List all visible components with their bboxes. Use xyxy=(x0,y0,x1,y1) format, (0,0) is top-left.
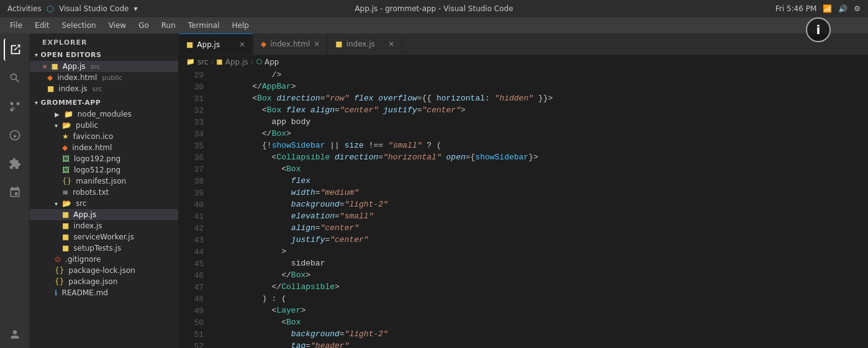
dropdown-arrow: ▾ xyxy=(133,4,137,13)
activity-debug[interactable] xyxy=(4,124,26,146)
breadcrumb-appjs[interactable]: App.js xyxy=(225,58,248,66)
tree-public[interactable]: ▾ 📂 public xyxy=(30,120,178,131)
packagejson-label: package.json xyxy=(68,277,117,286)
svg-point-0 xyxy=(10,109,13,112)
menu-file[interactable]: File xyxy=(5,20,27,31)
tree-serviceworker[interactable]: ■ serviceWorker.js xyxy=(30,231,178,243)
svg-point-1 xyxy=(16,102,19,105)
tree-packagejson[interactable]: {} package.json xyxy=(30,276,178,287)
tree-logo512[interactable]: 🖼 logo512.png xyxy=(30,164,178,176)
activity-accounts[interactable] xyxy=(4,323,26,346)
breadcrumb-symbol-icon: ⬡ xyxy=(256,58,262,66)
logo512-label: logo512.png xyxy=(74,166,120,174)
grommet-app-section[interactable]: ▾ GROMMET-APP xyxy=(30,97,178,109)
menu-view[interactable]: View xyxy=(104,20,131,31)
grommet-app-label: GROMMET-APP xyxy=(41,99,101,107)
tab-indexhtml-close[interactable]: ✕ xyxy=(314,40,320,48)
serviceworker-label: serviceWorker.js xyxy=(73,233,134,241)
app-name-label: Visual Studio Code xyxy=(59,4,129,13)
tree-indexjs[interactable]: ■ index.js xyxy=(30,220,178,231)
open-editor-appjs[interactable]: ✕ ■ App.js src xyxy=(30,61,178,72)
tree-src[interactable]: ▾ 📂 src xyxy=(30,198,178,209)
tree-indexhtml[interactable]: ◆ index.html xyxy=(30,142,178,153)
svg-point-2 xyxy=(10,102,13,105)
menu-selection[interactable]: Selection xyxy=(57,20,101,31)
close-appjs-icon[interactable]: ✕ xyxy=(42,63,47,70)
window-title: App.js - grommet-app - Visual Studio Cod… xyxy=(355,4,513,13)
manifest-icon: {} xyxy=(62,177,71,185)
appjs-path: src xyxy=(91,63,101,71)
public-chevron: ▾ xyxy=(55,122,58,129)
tab-indexjs-icon: ■ xyxy=(335,40,342,48)
appjs-label: App.js xyxy=(63,62,86,71)
activity-explorer[interactable] xyxy=(4,38,26,61)
menu-run[interactable]: Run xyxy=(156,20,181,31)
tree-packagelock[interactable]: {} package-lock.json xyxy=(30,265,178,276)
code-content[interactable]: /> </AppBar> <Box direction="row" flex o… xyxy=(209,69,868,348)
code-editor[interactable]: 29 30 31 32 33 34 35 36 37 38 39 40 41 4… xyxy=(179,69,868,348)
activity-search[interactable] xyxy=(4,67,26,89)
logo192-label: logo192.png xyxy=(74,154,120,163)
menu-terminal[interactable]: Terminal xyxy=(183,20,225,31)
node-modules-chevron: ▶ xyxy=(55,111,60,118)
tab-indexhtml-icon: ◆ xyxy=(261,40,266,48)
logo192-icon: 🖼 xyxy=(62,154,70,163)
breadcrumb-sep2: › xyxy=(251,58,254,66)
menu-edit[interactable]: Edit xyxy=(30,20,54,31)
info-button[interactable]: i xyxy=(806,17,831,42)
settings-icon[interactable]: ⚙ xyxy=(854,4,861,13)
menu-go[interactable]: Go xyxy=(133,20,154,31)
open-editor-indexhtml[interactable]: ◆ index.html public xyxy=(30,72,178,83)
logo512-icon: 🖼 xyxy=(62,166,70,174)
appjs-icon: ■ xyxy=(51,62,58,71)
tab-indexjs[interactable]: ■ index.js ✕ xyxy=(328,33,402,55)
tree-readme[interactable]: ℹ README.md xyxy=(30,287,178,298)
tree-appjs[interactable]: ■ App.js xyxy=(30,209,178,220)
vscode-icon: ⬡ xyxy=(47,4,54,14)
node-modules-label: node_modules xyxy=(78,110,132,118)
breadcrumb-folder-icon: 📁 xyxy=(186,58,195,66)
src-chevron: ▾ xyxy=(55,200,58,207)
breadcrumb-file-icon: ■ xyxy=(216,58,222,66)
open-editors-label: OPEN EDITORS xyxy=(41,51,102,59)
src-icon: 📂 xyxy=(62,199,71,208)
open-editor-indexjs[interactable]: ■ index.js src xyxy=(30,83,178,94)
indexjs-label: index.js xyxy=(58,84,87,93)
tab-appjs-close[interactable]: ✕ xyxy=(239,40,245,49)
packagelock-icon: {} xyxy=(55,266,64,275)
tab-appjs-icon: ■ xyxy=(186,40,193,49)
tree-node-modules[interactable]: ▶ 📁 node_modules xyxy=(30,109,178,120)
activity-source-control[interactable] xyxy=(4,96,26,118)
packagejson-icon: {} xyxy=(55,277,64,286)
tree-favicon[interactable]: ★ favicon.ico xyxy=(30,131,178,142)
indexjs-icon: ■ xyxy=(47,84,54,93)
tab-indexjs-close[interactable]: ✕ xyxy=(388,40,394,48)
tab-indexjs-label: index.js xyxy=(346,40,375,48)
activities-label[interactable]: Activities xyxy=(7,4,42,13)
serviceworker-icon: ■ xyxy=(62,233,69,241)
time-display: Fri 5:46 PM xyxy=(775,4,816,13)
tree-gitignore[interactable]: ⊙ .gitignore xyxy=(30,254,178,265)
tab-bar: ■ App.js ✕ ◆ index.html ✕ ■ index.js ✕ xyxy=(179,33,868,55)
robots-icon: ≡ xyxy=(62,188,68,197)
tree-logo192[interactable]: 🖼 logo192.png xyxy=(30,153,178,164)
favicon-icon: ★ xyxy=(62,132,69,141)
tree-setuptests[interactable]: ■ setupTests.js xyxy=(30,243,178,254)
breadcrumb-app[interactable]: App xyxy=(264,58,279,66)
breadcrumb-src[interactable]: src xyxy=(197,58,209,66)
tab-appjs[interactable]: ■ App.js ✕ xyxy=(179,33,253,55)
tree-robots[interactable]: ≡ robots.txt xyxy=(30,187,178,198)
menu-help[interactable]: Help xyxy=(227,20,254,31)
public-label: public xyxy=(76,121,98,130)
readme-label: README.md xyxy=(62,288,108,297)
top-bar: Activities ⬡ Visual Studio Code ▾ App.js… xyxy=(0,0,868,17)
activity-extensions[interactable] xyxy=(4,153,26,175)
tree-manifest[interactable]: {} manifest.json xyxy=(30,176,178,187)
tab-indexhtml[interactable]: ◆ index.html ✕ xyxy=(253,33,328,55)
open-editors-section[interactable]: ▾ OPEN EDITORS xyxy=(30,49,178,61)
activity-remote[interactable] xyxy=(4,181,26,203)
top-bar-right: Fri 5:46 PM 📶 🔊 ⚙ xyxy=(775,4,861,13)
robots-label: robots.txt xyxy=(73,188,109,197)
menu-bar: File Edit Selection View Go Run Terminal… xyxy=(0,17,868,33)
setuptests-label: setupTests.js xyxy=(73,244,121,252)
